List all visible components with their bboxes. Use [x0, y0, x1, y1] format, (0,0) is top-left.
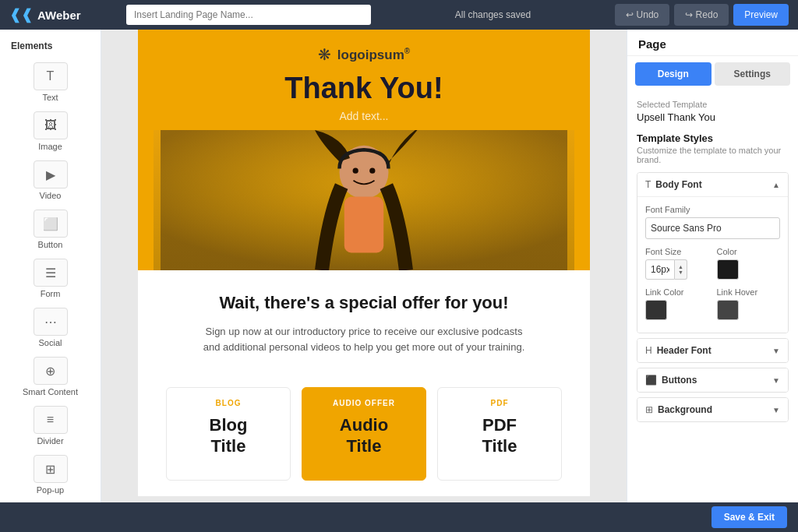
header-font-accordion: H Header Font ▼ [637, 338, 789, 363]
svg-point-3 [353, 168, 358, 174]
body-font-content: Font Family Source Sans Pro Font Size ▲ [637, 196, 788, 333]
element-text[interactable]: T Text [0, 58, 101, 107]
right-panel: Page Design Settings Selected Template U… [627, 30, 798, 502]
selected-template-label: Selected Template [637, 100, 789, 109]
header-font-label: Header Font [657, 345, 768, 356]
panel-title: Page [627, 30, 798, 56]
button-label: Button [38, 240, 63, 249]
font-family-label: Font Family [645, 205, 780, 214]
element-popup[interactable]: ⊞ Pop-up [0, 450, 101, 499]
element-divider[interactable]: ≡ Divider [0, 401, 101, 450]
video-icon: ▶ [34, 160, 68, 188]
video-label: Video [40, 191, 62, 200]
undo-button[interactable]: ↩ Undo [615, 4, 669, 26]
template-styles-desc: Customize the template to match your bra… [637, 146, 789, 164]
font-size-spinner[interactable]: ▲ ▼ [675, 259, 687, 280]
template-styles-title: Template Styles [637, 132, 789, 144]
panel-tabs: Design Settings [627, 56, 798, 86]
card-audio-tag: AUDIO OFFER [333, 399, 395, 407]
button-icon: ⬜ [34, 210, 68, 238]
tab-settings[interactable]: Settings [715, 62, 791, 86]
card-blog-subtitle: Title [211, 436, 246, 456]
element-ecommerce[interactable]: 🛒 Ecommerce [0, 499, 101, 502]
divider-icon: ≡ [34, 406, 68, 434]
aweber-logo-icon: ❰❰ [9, 6, 33, 23]
buttons-header[interactable]: ⬛ Buttons ▼ [637, 368, 788, 392]
element-form[interactable]: ☰ Form [0, 254, 101, 303]
spinner-up-icon: ▲ [678, 264, 683, 270]
element-image[interactable]: 🖼 Image [0, 107, 101, 156]
logo-text: AWeber [37, 9, 81, 22]
buttons-label: Buttons [662, 375, 768, 386]
offer-description: Sign up now at our introductory price to… [200, 324, 528, 357]
logo-area: ❰❰ AWeber [9, 6, 118, 23]
offer-title: Wait, there's a special offer for you! [161, 292, 567, 315]
body-font-header[interactable]: T Body Font ▲ [637, 173, 788, 196]
save-status: All changes saved [379, 9, 608, 20]
hero-logo: ❋ logoipsum® [318, 45, 410, 64]
social-label: Social [39, 338, 62, 347]
body-font-chevron-icon: ▲ [772, 181, 780, 189]
canvas-inner: ❋ logoipsum® Thank You! Add text... [138, 30, 590, 496]
header-font-chevron-icon: ▼ [772, 347, 780, 355]
spinner-down-icon: ▼ [678, 270, 683, 275]
image-icon: 🖼 [34, 111, 68, 139]
body-font-label: Body Font [655, 179, 768, 190]
link-hover-group: Link Hover [717, 287, 781, 320]
element-video[interactable]: ▶ Video [0, 156, 101, 205]
color-group: Color [717, 247, 781, 280]
panel-body: Selected Template Upsell Thank You Templ… [627, 86, 798, 502]
link-hover-swatch[interactable] [717, 300, 739, 320]
body-font-type-icon: T [645, 179, 651, 190]
link-color-group: Link Color [645, 287, 709, 320]
background-header[interactable]: ⊞ Background ▼ [637, 398, 788, 421]
font-size-input[interactable] [645, 259, 675, 280]
canvas[interactable]: ❋ logoipsum® Thank You! Add text... [101, 30, 627, 502]
element-social[interactable]: ⋯ Social [0, 303, 101, 352]
color-swatch[interactable] [717, 259, 739, 280]
logo-shape-icon: ❋ [318, 45, 331, 64]
element-smart-content[interactable]: ⊕ Smart Content [0, 352, 101, 401]
bottom-bar: Save & Exit [0, 502, 798, 532]
tab-design[interactable]: Design [635, 62, 711, 86]
link-color-row: Link Color Link Hover [645, 287, 780, 320]
preview-button[interactable]: Preview [733, 4, 789, 26]
popup-icon: ⊞ [34, 455, 68, 483]
card-blog-title: Blog [210, 415, 248, 435]
header-font-header[interactable]: H Header Font ▼ [637, 339, 788, 362]
text-label: Text [42, 93, 58, 102]
smart-content-label: Smart Content [23, 387, 78, 396]
card-audio[interactable]: AUDIO OFFER Audio Title [302, 387, 426, 481]
card-pdf-tag: PDF [491, 399, 509, 407]
link-color-label: Link Color [645, 287, 709, 297]
font-family-select[interactable]: Source Sans Pro [645, 217, 780, 239]
hero-title: Thank You! [284, 72, 443, 105]
font-size-group: Font Size ▲ ▼ [645, 247, 709, 280]
page-name-input[interactable] [126, 5, 371, 25]
background-type-icon: ⊞ [645, 404, 653, 415]
buttons-accordion: ⬛ Buttons ▼ [637, 368, 789, 393]
card-pdf-subtitle: Title [482, 436, 517, 456]
redo-button[interactable]: ↪ Redo [674, 4, 729, 26]
image-label: Image [38, 142, 62, 151]
card-blog[interactable]: BLOG Blog Title [166, 387, 291, 481]
font-size-label: Font Size [645, 247, 709, 256]
background-chevron-icon: ▼ [772, 406, 780, 414]
element-button[interactable]: ⬜ Button [0, 205, 101, 254]
card-pdf-title: PDF [482, 415, 517, 435]
background-label: Background [658, 404, 768, 415]
card-audio-title: Audio [340, 415, 388, 435]
header-font-type-icon: H [645, 345, 652, 356]
link-hover-label: Link Hover [717, 287, 781, 297]
card-pdf[interactable]: PDF PDF Title [437, 387, 562, 481]
hero-section: ❋ logoipsum® Thank You! Add text... [138, 30, 590, 270]
font-size-color-row: Font Size ▲ ▼ Color [645, 247, 780, 280]
divider-label: Divider [37, 436, 63, 446]
hero-add-text[interactable]: Add text... [339, 110, 388, 122]
offer-section: Wait, there's a special offer for you! S… [138, 270, 590, 387]
svg-point-4 [369, 168, 375, 174]
link-color-swatch[interactable] [645, 300, 667, 320]
save-exit-button[interactable]: Save & Exit [711, 506, 787, 528]
color-label: Color [717, 247, 781, 256]
buttons-chevron-icon: ▼ [772, 376, 780, 385]
